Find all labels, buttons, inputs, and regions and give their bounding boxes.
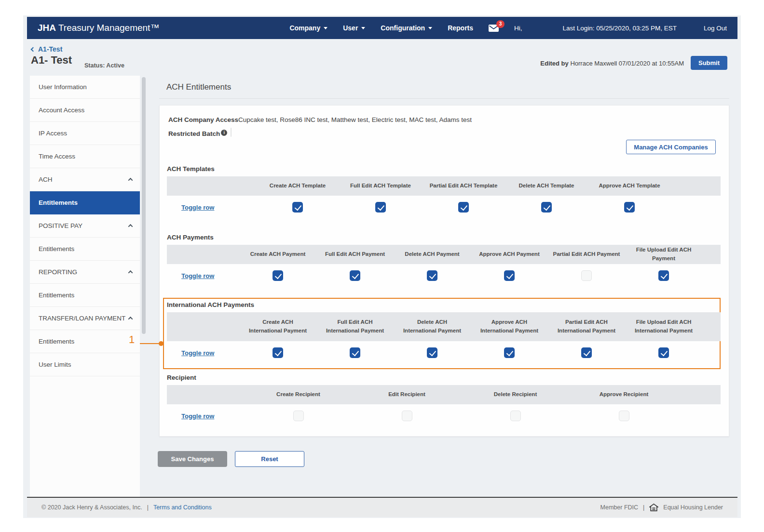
edited-by-value: Horrace Maxwell 07/01/2020 at 10:55AM [570,60,684,67]
mail-icon[interactable]: 3 [489,25,499,32]
sidebar-item-user-information[interactable]: User Information [30,76,140,99]
sidebar-section-transfer-loan-payment[interactable]: TRANSFER/LOAN PAYMENT [30,307,140,330]
sidebar-section-positive-pay[interactable]: POSITIVE PAY [30,214,140,238]
column-header: Approve Recipient [600,390,649,399]
sidebar-nav: User Information Account Access IP Acces… [30,76,140,501]
sidebar-item-transfer-entitlements[interactable]: Entitlements [30,330,140,353]
sidebar-item-label: Entitlements [39,292,74,299]
column-header: Partial Edit ACH Payment [553,250,620,259]
sidebar-section-reporting[interactable]: REPORTING [30,261,140,284]
table-header-row: Create Recipient Edit Recipient Delete R… [167,385,721,404]
sidebar-item-label: Time Access [39,153,75,160]
toggle-row-link[interactable]: Toggle row [181,204,214,211]
nav-reports[interactable]: Reports [448,24,473,32]
checkbox[interactable] [273,347,283,358]
annotation-number: 1 [129,333,135,346]
section-ach-templates: ACH Templates Create ACH Template Full E… [167,165,721,219]
checkbox[interactable] [293,411,304,421]
sidebar-item-positive-pay-entitlements[interactable]: Entitlements [30,238,140,261]
sidebar-item-account-access[interactable]: Account Access [30,99,140,122]
sidebar-item-label: Entitlements [39,338,74,345]
column-header: Approve ACH Template [599,182,660,190]
nav-configuration-menu[interactable]: Configuration [381,24,432,32]
top-navbar: JHA Treasury Management™ Company User Co… [27,17,737,39]
footer-right-group: Member FDIC | Equal Housing Lender [600,504,723,511]
checkbox[interactable] [427,347,437,358]
section-recipient: Recipient Create Recipient Edit Recipien… [167,374,721,427]
checkbox[interactable] [458,202,469,213]
restricted-batch-checkbox[interactable] [231,128,232,137]
equal-housing-icon [649,504,658,511]
column-header: Delete Recipient [494,390,537,399]
nav-user-menu[interactable]: User [343,24,365,32]
checkbox[interactable] [402,411,412,421]
table-row: Toggle row [167,341,721,364]
checkbox[interactable] [510,411,521,421]
sidebar-item-ip-access[interactable]: IP Access [30,122,140,145]
save-changes-button[interactable]: Save Changes [158,451,227,467]
toggle-row-link[interactable]: Toggle row [181,272,214,279]
sidebar-item-label: User Information [39,83,87,91]
edited-by-text: Edited by Horrace Maxwell 07/01/2020 at … [540,60,684,67]
section-ach-payments: ACH Payments Create ACH Payment Full Edi… [167,234,721,287]
checkbox[interactable] [504,347,515,358]
back-link-label: A1-Test [38,45,62,53]
section-title: ACH Payments [167,234,721,241]
sidebar-scrollbar[interactable] [142,77,146,334]
member-fdic-text: Member FDIC [600,504,638,511]
checkbox[interactable] [292,202,303,213]
manage-ach-companies-button[interactable]: Manage ACH Companies [626,140,716,154]
reset-button[interactable]: Reset [235,451,304,467]
terms-and-conditions-link[interactable]: Terms and Conditions [153,504,212,511]
checkbox[interactable] [273,270,283,281]
chevron-left-icon [31,47,36,52]
column-header: Partial Edit ACH International Payment [558,318,615,335]
column-header: Edit Recipient [388,390,425,399]
logout-link[interactable]: Log Out [704,25,727,32]
sidebar-item-label: REPORTING [39,268,77,276]
brand-bold: JHA [38,23,56,33]
sidebar-item-ach-entitlements[interactable]: Entitlements [30,191,140,214]
navbar-menu: Company User Configuration Reports 3 Hi,… [289,24,727,32]
page-footer: © 2020 Jack Henry & Associates, Inc. | T… [27,498,737,517]
checkbox[interactable] [375,202,386,213]
checkbox[interactable] [581,270,592,281]
checkbox[interactable] [581,347,592,358]
submit-button[interactable]: Submit [691,56,727,70]
checkbox[interactable] [541,202,552,213]
screenshot-canvas: JHA Treasury Management™ Company User Co… [0,0,764,532]
toggle-row-link[interactable]: Toggle row [181,412,214,420]
ach-company-access-value: Cupcake test, Rose86 INC test, Matthew t… [238,116,472,123]
checkbox[interactable] [624,202,635,213]
mail-badge: 3 [496,20,505,28]
checkbox[interactable] [619,411,629,421]
checkbox[interactable] [427,270,437,281]
table-row: Toggle row [167,404,721,427]
column-header: Delete ACH Payment [405,250,459,259]
column-header: Delete ACH International Payment [403,318,461,335]
toggle-row-link[interactable]: Toggle row [181,349,214,357]
page-title: A1- Test [31,54,72,66]
breadcrumb-back-link[interactable]: A1-Test [31,45,62,53]
checkbox[interactable] [658,347,669,358]
copyright-text: © 2020 Jack Henry & Associates, Inc. [41,504,142,511]
column-header: Approve ACH Payment [479,250,539,259]
column-header: Full Edit ACH Template [350,182,411,190]
annotation-dot [159,341,164,346]
ach-company-access-label: ACH Company Access [168,116,238,123]
sidebar-item-reporting-entitlements[interactable]: Entitlements [30,284,140,307]
content-title-divider [159,98,729,99]
checkbox[interactable] [350,347,360,358]
sidebar-item-time-access[interactable]: Time Access [30,145,140,168]
restricted-batch-text: Restricted Batch [168,130,220,137]
sidebar-item-user-limits[interactable]: User Limits [30,353,140,376]
nav-company-menu[interactable]: Company [289,24,327,32]
sidebar-section-ach[interactable]: ACH [30,168,140,191]
brand-rest: Treasury Management™ [56,23,159,33]
table-header-row: Create ACH Template Full Edit ACH Templa… [167,176,721,196]
checkbox[interactable] [350,270,360,281]
section-international-ach-payments: International ACH Payments Create ACH In… [167,301,721,364]
sidebar-item-label: TRANSFER/LOAN PAYMENT [39,315,125,322]
checkbox[interactable] [658,270,669,281]
checkbox[interactable] [504,270,515,281]
